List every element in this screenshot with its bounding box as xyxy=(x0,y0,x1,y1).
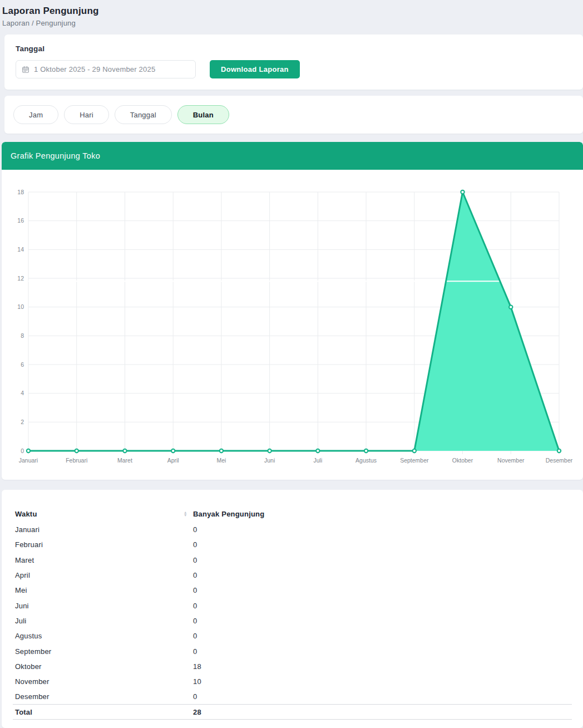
svg-text:8: 8 xyxy=(21,332,24,339)
row-waktu: Juni xyxy=(13,598,191,613)
row-banyak-pengunjung: 0 xyxy=(191,689,572,704)
row-waktu: Desember xyxy=(13,689,191,704)
svg-text:4: 4 xyxy=(21,390,24,396)
svg-text:Juli: Juli xyxy=(313,457,322,464)
table-row: Mei0 xyxy=(13,583,572,598)
row-banyak-pengunjung: 0 xyxy=(191,568,572,583)
row-banyak-pengunjung: 0 xyxy=(191,613,572,628)
row-banyak-pengunjung: 0 xyxy=(191,583,572,598)
total-label: Total xyxy=(13,705,191,720)
tab-hari[interactable]: Hari xyxy=(64,105,109,124)
chart-card-header: Grafik Pengunjung Toko xyxy=(2,142,583,170)
row-banyak-pengunjung: 10 xyxy=(191,674,572,689)
svg-text:6: 6 xyxy=(21,361,24,368)
tab-jam[interactable]: Jam xyxy=(13,105,58,124)
row-waktu: Agustus xyxy=(13,628,191,643)
date-filter-label: Tanggal xyxy=(16,45,572,53)
svg-text:16: 16 xyxy=(17,217,24,224)
svg-text:Oktober: Oktober xyxy=(452,457,473,464)
page-header: Laporan Pengunjung Laporan / Pengunjung xyxy=(0,0,583,27)
svg-text:Desember: Desember xyxy=(546,457,573,464)
svg-text:Januari: Januari xyxy=(19,457,38,464)
table-row: Oktober18 xyxy=(13,659,572,674)
view-tabs: JamHariTanggalBulan xyxy=(13,105,574,124)
table-header-row: Waktu ▲▼ Banyak Pengunjung xyxy=(13,505,572,522)
svg-text:November: November xyxy=(497,457,525,464)
chart-body: 024681012141618JanuariFebruariMaretApril… xyxy=(2,170,583,480)
svg-text:Juni: Juni xyxy=(264,457,275,464)
svg-text:Mei: Mei xyxy=(216,457,226,464)
sort-arrows-icon[interactable]: ▲▼ xyxy=(184,511,187,517)
row-waktu: Februari xyxy=(13,537,191,552)
svg-text:2: 2 xyxy=(21,419,24,425)
svg-text:14: 14 xyxy=(17,246,24,253)
table-row: April0 xyxy=(13,568,572,583)
row-waktu: November xyxy=(13,674,191,689)
row-waktu: September xyxy=(13,643,191,658)
chart-card: Grafik Pengunjung Toko 024681012141618Ja… xyxy=(2,142,583,480)
view-tabs-card: JamHariTanggalBulan xyxy=(4,96,583,134)
svg-text:18: 18 xyxy=(17,189,24,195)
svg-text:0: 0 xyxy=(21,447,24,454)
row-waktu: Oktober xyxy=(13,659,191,674)
chart-y-axis-labels: 024681012141618 xyxy=(17,189,24,454)
table-row: Februari0 xyxy=(13,537,572,552)
visitor-table: Waktu ▲▼ Banyak Pengunjung Januari0Febru… xyxy=(13,505,572,720)
row-banyak-pengunjung: 18 xyxy=(191,659,572,674)
total-value: 28 xyxy=(191,705,572,720)
svg-text:Maret: Maret xyxy=(117,457,132,464)
column-header-banyak-pengunjung[interactable]: Banyak Pengunjung xyxy=(191,505,572,522)
table-row: September0 xyxy=(13,643,572,658)
column-header-waktu[interactable]: Waktu ▲▼ xyxy=(13,505,191,522)
svg-text:September: September xyxy=(400,457,429,464)
row-waktu: April xyxy=(13,568,191,583)
table-row: Juli0 xyxy=(13,613,572,628)
date-range-field[interactable] xyxy=(16,60,196,78)
row-banyak-pengunjung: 0 xyxy=(191,628,572,643)
tab-tanggal[interactable]: Tanggal xyxy=(115,105,172,124)
row-waktu: Maret xyxy=(13,553,191,568)
calendar-icon xyxy=(22,66,29,73)
tab-bulan[interactable]: Bulan xyxy=(177,105,229,124)
table-total-row: Total 28 xyxy=(13,705,572,720)
table-row: Juni0 xyxy=(13,598,572,613)
page-title: Laporan Pengunjung xyxy=(2,6,583,17)
table-body: Januari0Februari0Maret0April0Mei0Juni0Ju… xyxy=(13,522,572,705)
table-row: November10 xyxy=(13,674,572,689)
row-banyak-pengunjung: 0 xyxy=(191,643,572,658)
date-filter-row: Download Laporan xyxy=(16,60,572,78)
laporan-pengunjung-page: Laporan Pengunjung Laporan / Pengunjung … xyxy=(0,0,583,728)
date-range-input[interactable] xyxy=(34,65,190,73)
table-row: Desember0 xyxy=(13,689,572,704)
table-row: Januari0 xyxy=(13,522,572,537)
row-waktu: Januari xyxy=(13,522,191,537)
chart-x-axis-labels: JanuariFebruariMaretAprilMeiJuniJuliAgus… xyxy=(19,457,573,464)
date-filter-card: Tanggal Download Laporan xyxy=(4,35,583,90)
svg-text:Agustus: Agustus xyxy=(355,457,377,464)
table-row: Maret0 xyxy=(13,553,572,568)
row-waktu: Mei xyxy=(13,583,191,598)
svg-text:Februari: Februari xyxy=(66,457,87,464)
row-banyak-pengunjung: 0 xyxy=(191,522,572,537)
row-banyak-pengunjung: 0 xyxy=(191,598,572,613)
row-waktu: Juli xyxy=(13,613,191,628)
svg-text:April: April xyxy=(167,457,179,464)
svg-text:10: 10 xyxy=(17,303,24,310)
visitor-table-card: Waktu ▲▼ Banyak Pengunjung Januari0Febru… xyxy=(2,490,583,728)
download-laporan-button[interactable]: Download Laporan xyxy=(210,60,300,78)
table-row: Agustus0 xyxy=(13,628,572,643)
chart-title: Grafik Pengunjung Toko xyxy=(11,151,100,160)
breadcrumb: Laporan / Pengunjung xyxy=(2,19,583,27)
visitor-area-chart: 024681012141618JanuariFebruariMaretApril… xyxy=(2,170,583,480)
svg-text:12: 12 xyxy=(17,275,24,282)
column-header-waktu-label: Waktu xyxy=(15,510,37,518)
row-banyak-pengunjung: 0 xyxy=(191,537,572,552)
row-banyak-pengunjung: 0 xyxy=(191,553,572,568)
